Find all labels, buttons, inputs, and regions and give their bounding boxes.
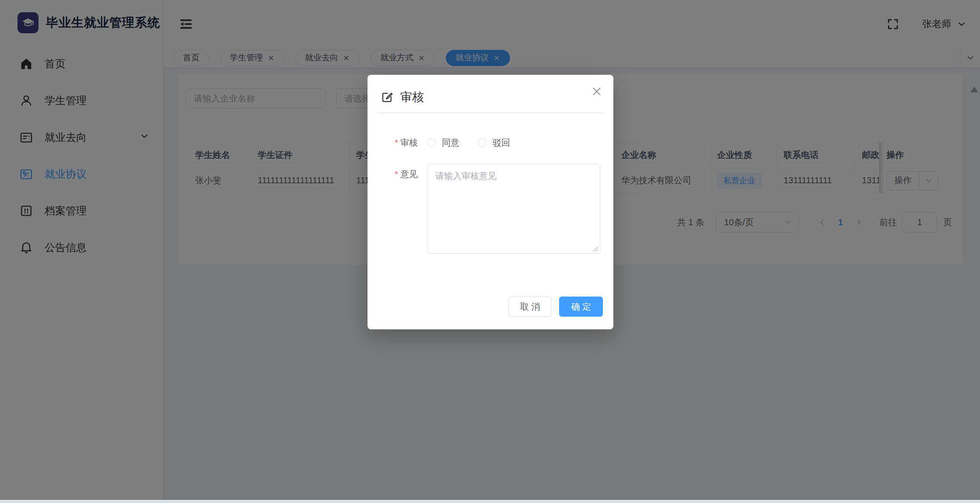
confirm-button[interactable]: 确 定 [559, 297, 603, 317]
horizontal-scrollbar[interactable] [0, 500, 980, 503]
opinion-textarea[interactable] [427, 164, 600, 254]
radio-circle-icon[interactable] [427, 138, 436, 147]
dialog-header: 审核 [368, 75, 613, 105]
app-viewport: 毕业生就业管理系统 首页 学生管理 就业去向 就业协议 [0, 0, 980, 503]
review-radio-group: 同意 驳回 [427, 137, 528, 149]
review-dialog: 审核 * 审核 同意 驳回 * 意见 [368, 75, 613, 329]
dialog-close-icon[interactable] [591, 85, 603, 98]
review-field-label: * 审核 [368, 137, 418, 149]
edit-icon [381, 91, 394, 104]
radio-reject[interactable]: 驳回 [478, 137, 510, 149]
radio-approve[interactable]: 同意 [427, 137, 459, 149]
dialog-title: 审核 [400, 89, 424, 105]
textarea-resize-grip[interactable] [592, 245, 599, 252]
dialog-footer: 取 消 确 定 [508, 297, 603, 317]
dialog-divider [377, 112, 604, 113]
cancel-button[interactable]: 取 消 [508, 297, 552, 317]
required-asterisk: * [395, 169, 398, 179]
required-asterisk: * [395, 138, 398, 148]
scrollbar-up-arrow[interactable] [970, 87, 978, 92]
radio-circle-icon[interactable] [478, 138, 486, 147]
radio-reject-label: 驳回 [493, 137, 510, 149]
opinion-label-text: 意见 [400, 168, 418, 180]
review-label-text: 审核 [400, 137, 418, 149]
radio-approve-label: 同意 [442, 137, 459, 149]
review-form-row: * 审核 同意 驳回 [368, 133, 613, 153]
opinion-field-label: * 意见 [368, 168, 418, 180]
